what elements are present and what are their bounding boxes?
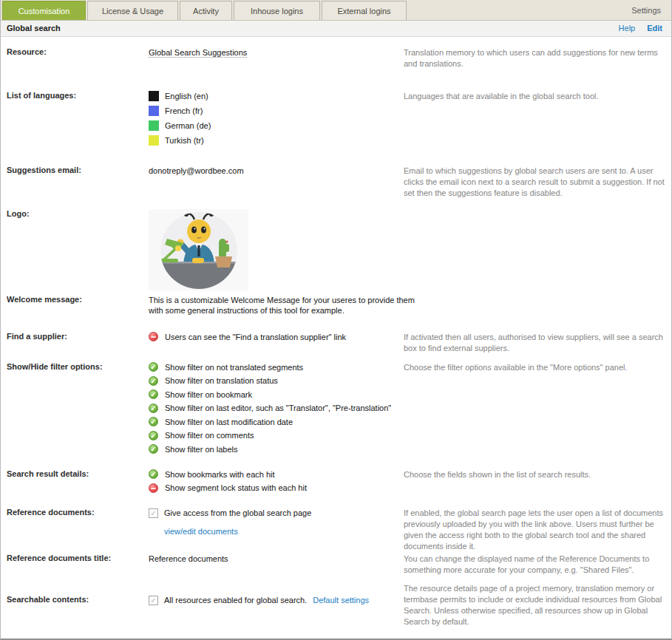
- option-label: Show filter on translation status: [165, 375, 278, 386]
- give-access-checkbox[interactable]: [149, 508, 158, 518]
- language-label: English (en): [165, 91, 208, 101]
- bee-mascot-illustration: [149, 209, 248, 290]
- list-item: Turkish (tr): [149, 135, 415, 146]
- tab-external-logins[interactable]: External logins: [322, 1, 407, 20]
- field-description: Choose the fields shown in the list of s…: [404, 469, 667, 480]
- field-description: Email to which suggestions by global sea…: [404, 166, 667, 199]
- field-label: Suggestions email:: [7, 166, 143, 174]
- option-line: Show filter on bookmark: [149, 389, 415, 399]
- tab-bar: Customisation License & Usage Activity I…: [1, 0, 671, 21]
- option-line: Show segment lock status with each hit: [149, 483, 415, 493]
- status-on-icon: [149, 404, 158, 413]
- tab-label: Activity: [193, 7, 219, 16]
- field-description: You can change the displayed name of the…: [404, 554, 667, 576]
- list-item: English (en): [149, 91, 415, 101]
- settings-page: Customisation License & Usage Activity I…: [0, 0, 672, 640]
- language-color-swatch: [149, 106, 159, 116]
- tab-label: External logins: [337, 7, 390, 16]
- list-item: German (de): [149, 120, 415, 131]
- page-title: Global search: [7, 24, 61, 33]
- field-label: Logo:: [7, 209, 143, 218]
- language-label: Turkish (tr): [165, 135, 204, 146]
- logo-image: [149, 209, 248, 290]
- tab-inhouse-logins[interactable]: Inhouse logins: [234, 1, 320, 20]
- option-label: Show filter on bookmark: [165, 389, 252, 400]
- option-label: Show filter on comments: [165, 430, 254, 440]
- field-label: Show/Hide filter options:: [7, 362, 143, 371]
- field-label: Welcome message:: [7, 295, 143, 304]
- field-description: Languages that are available in the glob…: [404, 91, 667, 102]
- email-value: donotreply@wordbee.com: [149, 166, 415, 176]
- option-line: Show bookmarks with each hit: [149, 469, 415, 479]
- field-label: Find a supplier:: [7, 332, 143, 341]
- language-label: German (de): [165, 120, 211, 131]
- status-on-icon: [149, 431, 158, 440]
- field-description: If enabled, the global search page lets …: [404, 508, 667, 552]
- status-off-icon: [149, 332, 158, 341]
- section-header: Global search Help Edit: [1, 21, 671, 37]
- status-on-icon: [149, 362, 158, 372]
- field-label: Search result details:: [7, 469, 143, 478]
- field-description: The resource details page of a project m…: [404, 583, 667, 627]
- option-line: Show filter on labels: [149, 444, 415, 454]
- field-description: Translation memory to which users can ad…: [404, 47, 667, 69]
- field-label: Searchable contents:: [7, 595, 143, 604]
- field-description: Choose the filter options available in t…: [404, 362, 667, 373]
- option-label: Show filter on last editor, such as "Tra…: [165, 403, 391, 413]
- help-link[interactable]: Help: [619, 24, 636, 33]
- option-label: Show segment lock status with each hit: [165, 483, 307, 493]
- language-color-swatch: [149, 120, 159, 131]
- language-label: French (fr): [165, 106, 203, 116]
- field-label: Reference documents title:: [7, 554, 143, 562]
- tab-label: Inhouse logins: [251, 7, 303, 16]
- tab-label: Customisation: [18, 7, 70, 16]
- checkbox-label: Give access from the global search page: [164, 508, 311, 518]
- checkbox-line: All resources enabled for global search.…: [149, 595, 415, 605]
- language-color-swatch: [149, 91, 159, 101]
- option-label: Show filter on labels: [165, 444, 237, 455]
- field-label: List of languages:: [7, 91, 143, 100]
- option-line: Show filter on not translated segments: [149, 362, 415, 372]
- resource-value-link[interactable]: Global Search Suggestions: [149, 48, 247, 58]
- checkbox-line: Give access from the global search page: [149, 508, 415, 518]
- tab-license-usage[interactable]: License & Usage: [87, 1, 178, 20]
- option-label: Show bookmarks with each hit: [165, 469, 275, 480]
- option-line: Show filter on comments: [149, 431, 415, 440]
- all-resources-checkbox[interactable]: [149, 596, 158, 605]
- edit-link[interactable]: Edit: [647, 24, 662, 33]
- default-settings-link[interactable]: Default settings: [313, 595, 369, 605]
- tab-customisation[interactable]: Customisation: [2, 1, 86, 20]
- option-line: Show filter on last editor, such as "Tra…: [149, 404, 415, 413]
- option-line: Users can see the "Find a translation su…: [149, 332, 415, 341]
- tab-label: License & Usage: [102, 7, 163, 16]
- option-label: Show filter on last modification date: [165, 417, 293, 427]
- checkbox-label: All resources enabled for global search.: [164, 595, 307, 605]
- field-label: Reference documents:: [7, 508, 143, 517]
- status-on-icon: [149, 469, 158, 479]
- option-label: Show filter on not translated segments: [165, 362, 303, 372]
- settings-breadcrumb: Settings: [631, 0, 661, 20]
- tab-activity[interactable]: Activity: [180, 1, 232, 20]
- status-off-icon: [149, 483, 158, 493]
- view-edit-documents-link[interactable]: view/edit documents: [164, 527, 238, 536]
- list-item: French (fr): [149, 106, 415, 116]
- status-on-icon: [149, 444, 158, 454]
- option-label: Users can see the "Find a translation su…: [165, 332, 346, 342]
- field-label: Resource:: [7, 47, 143, 56]
- field-description: If activated then all users, authorised …: [404, 332, 667, 354]
- language-color-swatch: [149, 135, 159, 146]
- status-on-icon: [149, 417, 158, 426]
- option-line: Show filter on translation status: [149, 376, 415, 386]
- status-on-icon: [149, 389, 158, 399]
- status-on-icon: [149, 376, 158, 386]
- reference-title-value: Reference documents: [149, 554, 415, 564]
- welcome-message-value: This is a customizable Welcome Message f…: [149, 295, 415, 316]
- tabs: Customisation License & Usage Activity I…: [2, 1, 408, 20]
- option-line: Show filter on last modification date: [149, 417, 415, 426]
